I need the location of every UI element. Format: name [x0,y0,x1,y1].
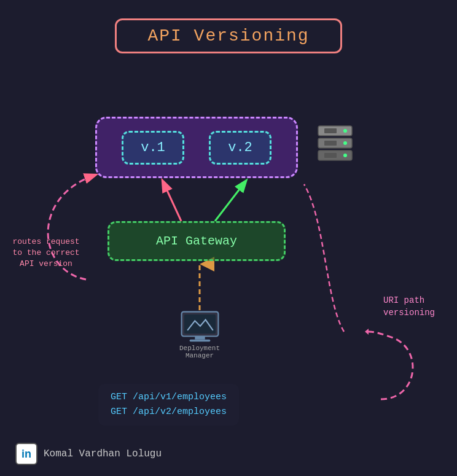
monitor-icon [177,310,223,342]
deployment-manager: DeploymentManager [175,310,224,359]
version-v1: v.1 [122,131,184,165]
svg-rect-14 [184,314,215,334]
gateway-container: API Gateway [107,221,286,261]
version-v2: v.2 [209,131,271,165]
uri-path-label: URI path versioning [383,295,435,318]
versions-container: v.1 v.2 [95,117,298,178]
svg-rect-10 [324,128,337,133]
diagram: v.1 v.2 API Gateway [0,55,457,473]
svg-line-0 [163,181,181,221]
main-container: API Versioning [0,0,457,476]
linkedin-name: Komal Vardhan Lolugu [44,448,162,459]
svg-rect-12 [324,153,337,158]
api-path-v2: GET /api/v2/employees [111,405,227,419]
svg-rect-16 [189,340,210,341]
svg-line-1 [215,181,246,221]
left-annotation: routes request to the correct API versio… [9,236,83,270]
deployment-label: DeploymentManager [179,345,220,359]
svg-point-7 [343,129,347,133]
page-title: API Versioning [147,26,309,45]
svg-point-9 [343,154,347,157]
svg-point-8 [343,141,347,145]
api-path-v1: GET /api/v1/employees [111,390,227,405]
server-icon [313,123,359,172]
svg-marker-3 [365,329,369,335]
svg-rect-11 [324,141,337,146]
svg-rect-15 [195,336,205,339]
title-box: API Versioning [115,18,342,53]
linkedin-badge: in Komal Vardhan Lolugu [15,443,162,465]
api-paths-box: GET /api/v1/employees GET /api/v2/employ… [98,384,239,426]
linkedin-icon: in [15,443,37,465]
gateway-label: API Gateway [156,234,237,248]
right-annotation: URI path versioning [383,295,445,319]
